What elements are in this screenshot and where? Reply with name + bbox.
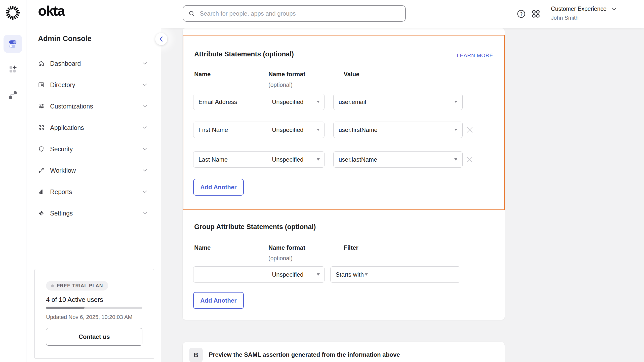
sidebar-item-label: Applications: [50, 124, 84, 131]
trial-badge-label: FREE TRIAL PLAN: [57, 283, 103, 288]
attr-name-format-select[interactable]: Unspecified: [267, 122, 324, 138]
filter-value-input[interactable]: [372, 267, 460, 282]
dropdown-arrow-icon: [365, 273, 368, 276]
okta-spinner-logo-icon: [5, 5, 21, 21]
sidebar-item-applications[interactable]: Applications: [30, 120, 155, 135]
chevron-down-icon: [143, 126, 147, 129]
close-icon: [466, 126, 473, 134]
remove-row-button[interactable]: [465, 126, 474, 134]
attr-value-dropdown-button[interactable]: [449, 94, 462, 110]
group-filter-combo: Starts with: [330, 266, 460, 283]
dropdown-arrow-icon: [317, 101, 320, 103]
sidebar-item-label: Customizations: [50, 103, 93, 110]
sidebar-item-label: Dashboard: [50, 60, 81, 67]
attribute-row: Unspecified: [183, 94, 505, 110]
sidebar-item-directory[interactable]: Directory: [30, 77, 155, 93]
rail-admin-toggles-icon[interactable]: [4, 35, 22, 53]
four-circles-icon: [38, 124, 45, 131]
global-search-input[interactable]: [183, 5, 406, 22]
sidebar-item-workflow[interactable]: Workflow: [30, 163, 155, 178]
console-title: Admin Console: [38, 34, 92, 43]
sidebar-item-security[interactable]: Security: [30, 141, 155, 157]
column-header-name: Name: [194, 244, 211, 251]
account-menu[interactable]: Customer Experience John Smith: [551, 6, 607, 21]
chevron-down-icon: [143, 169, 147, 172]
sidebar-collapse-button[interactable]: [155, 33, 167, 45]
column-header-name: Name: [194, 71, 211, 78]
dropdown-arrow-icon: [317, 129, 320, 131]
dropdown-arrow-icon: [454, 129, 457, 131]
trial-updated-timestamp: Updated Nov 6, 2025, 10:20:03 AM: [46, 314, 133, 320]
org-name: Customer Experience: [551, 6, 607, 12]
chevron-down-icon: [143, 62, 147, 65]
trial-plan-box: FREE TRIAL PLAN 4 of 10 Active users Upd…: [34, 269, 154, 359]
home-icon: [38, 60, 45, 67]
attr-value-dropdown-button[interactable]: [449, 122, 462, 138]
active-users-count: 4 of 10 Active users: [46, 296, 103, 304]
saml-settings-card: Attribute Statements (optional) LEARN MO…: [183, 28, 505, 320]
attr-value-combo: [333, 122, 463, 138]
filter-operator-select[interactable]: Starts with: [331, 267, 372, 282]
status-dot-icon: [51, 284, 54, 287]
name-and-format-group: Unspecified: [193, 151, 325, 168]
sliders-icon: [38, 103, 45, 110]
dropdown-arrow-icon: [317, 273, 320, 276]
sidebar-item-reports[interactable]: Reports: [30, 184, 155, 200]
column-header-filter: Filter: [344, 244, 358, 251]
sidebar-item-label: Settings: [50, 210, 73, 217]
dropdown-arrow-icon: [454, 158, 457, 161]
sidebar-item-customizations[interactable]: Customizations: [30, 98, 155, 114]
attr-value-combo: [333, 151, 463, 168]
column-header-name-format: Name format: [268, 244, 305, 251]
add-another-attribute-button[interactable]: Add Another: [193, 179, 244, 196]
group-name-input[interactable]: [193, 267, 267, 282]
attr-value-input[interactable]: [334, 94, 449, 110]
top-bar: ? Customer Experience John Smith: [161, 0, 644, 28]
chevron-down-icon: [612, 8, 616, 10]
learn-more-link[interactable]: LEARN MORE: [457, 52, 493, 58]
saml-preview-card[interactable]: B Preview the SAML assertion generated f…: [183, 342, 505, 362]
attr-name-input[interactable]: [193, 152, 267, 167]
attribute-statements-title: Attribute Statements (optional): [194, 50, 294, 58]
svg-text:?: ?: [520, 12, 522, 17]
attr-name-format-select[interactable]: Unspecified: [267, 94, 324, 110]
contact-us-button[interactable]: Contact us: [46, 328, 142, 346]
attr-name-format-value: Unspecified: [272, 156, 303, 163]
add-another-group-attribute-button[interactable]: Add Another: [193, 292, 244, 309]
attr-value-input[interactable]: [334, 152, 449, 167]
sidebar-item-settings[interactable]: Settings: [30, 205, 155, 221]
user-name: John Smith: [551, 15, 607, 21]
remove-row-button[interactable]: [465, 155, 474, 164]
dropdown-arrow-icon: [454, 101, 457, 103]
attr-name-format-select[interactable]: Unspecified: [267, 152, 324, 167]
attr-name-input[interactable]: [193, 94, 267, 110]
shield-icon: [38, 146, 45, 152]
rail-workflow-icon[interactable]: [4, 86, 22, 104]
sidebar: okta Admin Console Dashboard Directory: [27, 0, 161, 362]
trial-progress-bar: [46, 307, 142, 309]
rail-add-apps-icon[interactable]: [4, 60, 22, 79]
attr-value-input[interactable]: [334, 122, 449, 138]
attr-name-input[interactable]: [193, 122, 267, 138]
name-and-format-group: Unspecified: [193, 94, 325, 110]
trial-progress-fill: [46, 307, 85, 309]
group-attribute-row: Unspecified Starts with: [183, 266, 505, 283]
column-note-optional: (optional): [268, 255, 293, 262]
sidebar-item-label: Directory: [50, 81, 75, 89]
gear-icon: [38, 210, 45, 216]
okta-wordmark: okta: [38, 3, 64, 19]
attr-value-combo: [333, 94, 463, 110]
group-name-format-select[interactable]: Unspecified: [267, 267, 324, 282]
sidebar-item-label: Reports: [50, 188, 72, 196]
step-b-badge: B: [189, 348, 203, 362]
app-switcher-icon[interactable]: [531, 9, 541, 19]
chevron-down-icon: [143, 105, 147, 107]
close-icon: [466, 156, 473, 163]
bar-chart-icon: [38, 189, 45, 195]
attr-value-dropdown-button[interactable]: [449, 152, 462, 167]
chevron-down-icon: [143, 148, 147, 150]
name-and-format-group: Unspecified: [193, 122, 325, 138]
attr-name-format-value: Unspecified: [272, 98, 303, 105]
sidebar-item-dashboard[interactable]: Dashboard: [30, 56, 155, 71]
help-icon[interactable]: ?: [516, 9, 526, 19]
